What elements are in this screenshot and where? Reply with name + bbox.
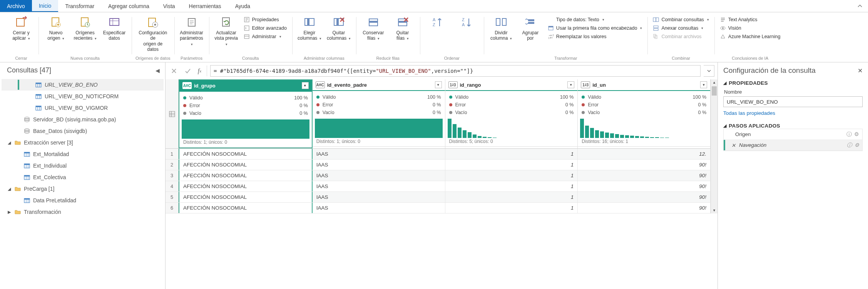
table-row[interactable]: 1AFECCIÓN NOSOCOMIALIAAS112. (166, 149, 711, 160)
cell[interactable]: AFECCIÓN NOSOCOMIAL (179, 160, 313, 170)
table-options-button[interactable] (166, 79, 179, 148)
ribbon-button[interactable]: ZA (453, 15, 480, 31)
ribbon-mini-button[interactable]: 12Reemplazar los valores (546, 33, 608, 40)
ribbon-mini-button[interactable]: Tipo de datos: Texto▾ (546, 16, 606, 23)
formula-cancel-button[interactable] (169, 66, 179, 76)
table-row[interactable]: 5AFECCIÓN NOSOCOMIALIAAS190! (166, 192, 711, 203)
cell[interactable]: AFECCIÓN NOSOCOMIAL (179, 181, 313, 192)
tab-agregar-columna[interactable]: Agregar columna (101, 0, 156, 12)
cell[interactable]: IAAS (313, 170, 445, 181)
ribbon-mini-button[interactable]: Anexar consultas▾ (651, 25, 705, 32)
cell[interactable]: 90! (578, 192, 711, 202)
query-settings-close-button[interactable]: ✕ (858, 67, 863, 74)
cell[interactable]: IAAS (313, 203, 445, 213)
table-row[interactable]: 6AFECCIÓN NOSOCOMIALIAAS190! (166, 203, 711, 213)
queries-query[interactable]: Ext_Colectiva (2, 171, 164, 183)
ribbon-button[interactable]: Nuevoorigen ▾ (42, 15, 69, 42)
ribbon-mini-button[interactable]: Azure Machine Learning (718, 33, 782, 40)
step-gear-button[interactable]: ⚙ (855, 142, 859, 149)
formula-input[interactable]: = #"b1765df6-674e-4189-9ad8-a18a7dbf940f… (210, 65, 701, 77)
table-row[interactable]: 3AFECCIÓN NOSOCOMIALIAAS190! (166, 170, 711, 181)
ribbon-collapse-chevron[interactable] (852, 0, 868, 12)
cell[interactable]: 90! (578, 170, 711, 181)
queries-query[interactable]: Data PreLetalidad (2, 195, 164, 206)
column-filter-button[interactable]: ▾ (302, 82, 309, 89)
datatype-badge[interactable]: 123 (448, 81, 458, 88)
formula-commit-button[interactable] (182, 66, 193, 76)
column-filter-button[interactable]: ▾ (700, 81, 707, 88)
queries-datasource[interactable]: Servidor_BD (sisvig.minsa.gob.pa) (2, 114, 164, 125)
tab-inicio[interactable]: Inicio (32, 0, 59, 12)
ribbon-button[interactable]: Cerrar yaplicar ▾ (8, 15, 35, 42)
queries-datasource[interactable]: Base_Datos (sisvigdb) (2, 125, 164, 137)
queries-query[interactable]: URL_VIEW_BO_VIGMOR (2, 102, 164, 114)
ribbon-button[interactable]: Conservarfilas ▾ (360, 15, 387, 42)
step-gear-button[interactable]: ⚙ (854, 131, 859, 138)
formula-expand-button[interactable] (704, 65, 714, 77)
delete-step-button[interactable]: ✕ (731, 142, 736, 148)
all-properties-link[interactable]: Todas las propiedades (723, 110, 863, 116)
column-filter-button[interactable]: ▾ (567, 81, 574, 88)
ribbon-mini-button[interactable]: Combinar consultas▾ (651, 16, 710, 23)
cell[interactable]: IAAS (313, 181, 445, 192)
ribbon-mini-button[interactable]: Administrar▾ (242, 33, 283, 40)
column-header[interactable]: 123id_rango▾ (445, 79, 578, 91)
cell[interactable]: 1 (445, 192, 578, 202)
table-row[interactable]: 2AFECCIÓN NOSOCOMIALIAAS190! (166, 160, 711, 170)
cell[interactable]: 1 (445, 203, 578, 213)
datatype-badge[interactable]: ABC (182, 82, 192, 89)
queries-query[interactable]: Ext_Mortalidad (2, 148, 164, 160)
cell[interactable]: 1 (445, 160, 578, 170)
ribbon-button[interactable]: Especificardatos (101, 15, 128, 42)
ribbon-button[interactable]: Orígenesrecientes ▾ (72, 15, 99, 42)
tab-ayuda[interactable]: Ayuda (228, 0, 257, 12)
ribbon-button[interactable]: Dividircolumna ▾ (488, 15, 515, 42)
column-header[interactable]: 123id_un▾ (578, 79, 710, 91)
queries-query[interactable]: Ext_Individual (2, 160, 164, 171)
cell[interactable]: 1 (445, 181, 578, 192)
ribbon-button[interactable]: Agruparpor (517, 15, 544, 42)
grid-vertical-scrollbar[interactable]: ▲ ▼ (711, 79, 717, 213)
step-info-icon[interactable]: ⓘ (846, 131, 852, 138)
applied-steps-section-header[interactable]: ◢ PASOS APLICADOS (723, 123, 863, 129)
queries-folder[interactable]: ◢ PreCarga [1] (2, 183, 164, 195)
cell[interactable]: 90! (578, 181, 711, 192)
queries-collapse[interactable]: ◀ (156, 67, 160, 74)
ribbon-mini-button[interactable]: Text Analytics (718, 16, 759, 23)
cell[interactable]: 1 (445, 170, 578, 181)
query-name-input[interactable] (723, 96, 863, 107)
cell[interactable]: IAAS (313, 192, 445, 202)
ribbon-button[interactable]: Elegircolumnas ▾ (296, 15, 323, 42)
cell[interactable]: AFECCIÓN NOSOCOMIAL (179, 170, 313, 181)
queries-folder[interactable]: ◢ Extracción server [3] (2, 137, 164, 148)
queries-query[interactable]: URL_VIEW_BO_ENO (2, 79, 164, 91)
cell[interactable]: AFECCIÓN NOSOCOMIAL (179, 203, 313, 213)
properties-section-header[interactable]: ◢ PROPIEDADES (723, 80, 863, 86)
ribbon-button[interactable]: Configuración deorigen de datos (139, 15, 166, 53)
tab-transformar[interactable]: Transformar (58, 0, 101, 12)
tab-herramientas[interactable]: Herramientas (182, 0, 228, 12)
cell[interactable]: 1 (445, 149, 578, 159)
datatype-badge[interactable]: 123 (581, 81, 590, 88)
cell[interactable]: IAAS (313, 149, 445, 159)
cell[interactable]: 90! (578, 203, 711, 213)
cell[interactable]: 90! (578, 160, 711, 170)
column-header[interactable]: ABCid_grupo▾ (179, 80, 312, 92)
queries-folder[interactable]: ▶ Transformación (2, 206, 164, 218)
cell[interactable]: AFECCIÓN NOSOCOMIAL (179, 192, 313, 202)
scroll-thumb[interactable] (712, 86, 717, 96)
table-row[interactable]: 4AFECCIÓN NOSOCOMIALIAAS190! (166, 181, 711, 192)
ribbon-mini-button[interactable]: Visión (718, 25, 743, 32)
column-header[interactable]: ABCid_evento_padre▾ (313, 79, 445, 91)
file-menu[interactable]: Archivo (0, 0, 32, 12)
queries-query[interactable]: URL_VIEW_BO_NOTICFORM (2, 91, 164, 102)
ribbon-button[interactable]: Actualizarvista previa ▾ (213, 15, 240, 47)
ribbon-mini-button[interactable]: Editor avanzado (242, 25, 288, 32)
datatype-badge[interactable]: ABC (316, 81, 325, 88)
column-filter-button[interactable]: ▾ (435, 81, 442, 88)
step-info-icon[interactable]: ⓘ (847, 142, 852, 149)
ribbon-mini-button[interactable]: Usar la primera fila como encabezado▾ (546, 25, 644, 32)
ribbon-button[interactable]: AZ (424, 15, 451, 31)
cell[interactable]: 12. (578, 149, 711, 159)
ribbon-button[interactable]: Quitarfilas ▾ (389, 15, 416, 42)
